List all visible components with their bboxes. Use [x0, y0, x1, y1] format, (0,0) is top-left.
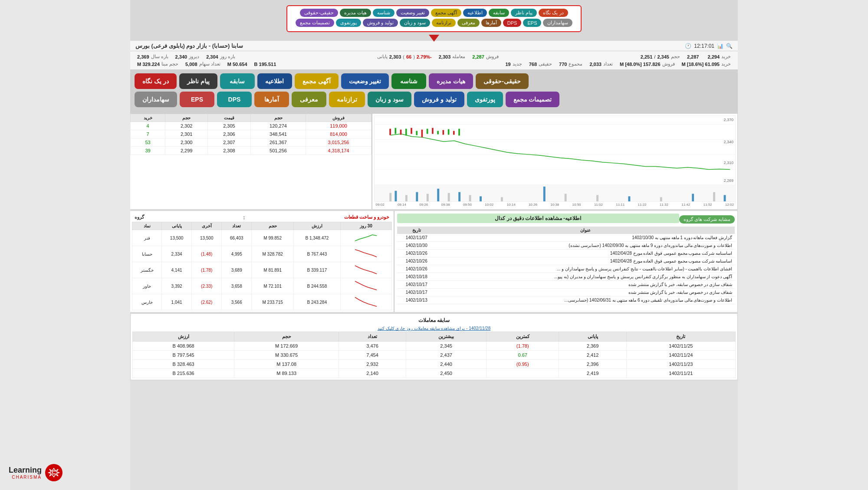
- svg-rect-9: [411, 128, 412, 134]
- svg-rect-11: [421, 130, 423, 138]
- svg-rect-26: [458, 192, 460, 201]
- svg-rect-12: [426, 129, 428, 134]
- down-arrow-icon: [428, 32, 440, 44]
- hist-subtitle[interactable]: 1402/11/28 - برای مشاهده سابقه معاملات ر…: [132, 325, 736, 332]
- main-nav-agahi[interactable]: آگهی مجمع: [295, 73, 339, 89]
- group-close: 3,392: [162, 278, 192, 294]
- main-nav-payam[interactable]: پیام ناظر: [179, 73, 217, 89]
- time-label: 11:52: [704, 203, 712, 207]
- nav-btn-amar[interactable]: آمارها: [481, 19, 501, 27]
- nav-btn-haghighi[interactable]: حقیقی-حقوقی: [300, 9, 338, 17]
- time-label: 09:26: [419, 203, 428, 207]
- hist-high: 2,440: [406, 360, 487, 369]
- info-trade-count: معامله 2,303: [439, 54, 466, 59]
- nav-arrow-container: [428, 32, 440, 41]
- main-nav-portfolio[interactable]: پورتفوی: [467, 92, 503, 107]
- group-val: 339.117 B: [294, 262, 341, 278]
- nav-btn-ettelaaie[interactable]: اطلاعیه: [463, 9, 487, 17]
- main-nav-shenase[interactable]: شناسه: [391, 73, 426, 89]
- hist-close: 2,396: [559, 360, 626, 369]
- main-nav-dps[interactable]: DPS: [217, 92, 252, 107]
- svg-rect-21: [405, 195, 408, 201]
- main-nav-haghighi[interactable]: حقیقی-حقوقی: [476, 73, 529, 89]
- group-symbol: فنر: [132, 230, 162, 246]
- group-count: 3,689: [222, 262, 252, 278]
- info-allowed-range: حجم 2,345 / 2,251: [641, 54, 680, 59]
- nav-btn-moarefi[interactable]: معرفی: [457, 19, 480, 27]
- buy-vol-val: 61.095 M [18.6%]: [682, 62, 720, 67]
- main-nav-yekNegah[interactable]: در یک نگاه: [135, 73, 177, 89]
- hist-header-count: تعداد: [339, 332, 406, 342]
- group-count: 3,566: [222, 294, 252, 310]
- news-item-title: افشای اطلاعات بااهمیت - (سایر اطلاعات با…: [436, 265, 735, 273]
- main-nav-tolid[interactable]: تولید و فروش: [414, 92, 464, 107]
- main-nav-ettelaaie[interactable]: اطلاعیه: [257, 73, 292, 89]
- nav-btn-traz[interactable]: ترازنامه: [432, 19, 456, 27]
- nav-btn-dps[interactable]: DPS: [503, 19, 522, 27]
- group-count: 4,995: [222, 246, 252, 262]
- main-nav-tasmim[interactable]: تصمیمات مجمع: [506, 92, 560, 107]
- hist-high: 2,437: [406, 351, 487, 360]
- main-nav-sood[interactable]: سود و زبان: [368, 92, 411, 107]
- nav-btn-agahi[interactable]: آگهی مجمع: [431, 9, 461, 17]
- svg-rect-8: [405, 129, 407, 136]
- group-last: (2.62): [192, 294, 222, 310]
- logo-text-container: Learning CHARISMA: [9, 466, 42, 480]
- nav-btn-portfolio[interactable]: پورتفوی: [336, 19, 361, 27]
- nav-btn-shenase[interactable]: شناسه: [373, 9, 395, 17]
- nav-btn-eps[interactable]: EPS: [523, 19, 541, 27]
- main-nav-moarefi[interactable]: معرفی: [292, 92, 326, 107]
- nav-btn-tolid[interactable]: تولید و فروش: [363, 19, 398, 27]
- svg-rect-18: [458, 129, 460, 136]
- svg-rect-7: [400, 130, 401, 135]
- svg-rect-29: [501, 197, 503, 201]
- trade-count-label: معامله: [452, 54, 465, 59]
- ob-sell-vol: 3,015,256: [306, 138, 371, 147]
- logo-brand: Learning: [9, 466, 42, 475]
- main-nav-sabegheh[interactable]: سابقه: [220, 73, 255, 89]
- ob-sell-count: 501,256: [250, 147, 306, 155]
- news-item-title: اطلاعات و صورت‌های مالی میاندوره‌ای تلفی…: [436, 296, 735, 304]
- ob-buy-count: 2,299: [165, 147, 208, 155]
- news-row: اساسنامه شرکت مصوب مجمع عمومی فوق العاده…: [397, 257, 735, 265]
- nav-btn-sabegheh[interactable]: سابقه: [489, 9, 509, 17]
- prev-close-label: پایانی: [377, 54, 388, 59]
- main-nav-heyat[interactable]: هیات مدیره: [429, 73, 473, 89]
- main-nav-eps[interactable]: EPS: [180, 92, 214, 107]
- main-nav-traz[interactable]: ترازنامه: [329, 92, 365, 107]
- svg-rect-32: [596, 195, 598, 201]
- group-vol: 233.715 M: [252, 294, 294, 310]
- ob-price: 2,305: [208, 122, 250, 130]
- hist-header-val: ارزش: [133, 332, 234, 342]
- ob-buy-vol: 7: [131, 130, 165, 138]
- ob-sell-vol: 814,000: [306, 130, 371, 138]
- nav-btn-payamNazer[interactable]: پیام ناظر: [511, 9, 537, 17]
- hist-high: 2,450: [406, 369, 487, 378]
- nav-btn-sood[interactable]: سود و زبان: [400, 19, 430, 27]
- news-row: گزارش فعالیت ماهانه دوره 1 ماهه منتهی به…: [397, 234, 735, 242]
- main-nav-sahm[interactable]: سهامداران: [135, 92, 177, 107]
- group-link-btn[interactable]: مشابه شرکت های گروه: [679, 215, 735, 224]
- svg-rect-35: [692, 194, 694, 201]
- main-nav-taghyir[interactable]: تغییر وضعیت: [341, 73, 389, 89]
- chart-icon: 📊: [717, 43, 723, 49]
- nav-btn-heyat[interactable]: هیات مدیره: [340, 9, 371, 17]
- svg-rect-6: [395, 128, 396, 134]
- nav-btn-taghyir[interactable]: تغییر وضعیت: [396, 9, 429, 17]
- price-label-mid1: 2,340: [723, 140, 733, 144]
- nav-btn-yekNegah[interactable]: در یک نگاه: [539, 9, 568, 17]
- news-item-title: شفاف سازی در خصوص سابقه، خبر یا گزارش من…: [436, 281, 735, 289]
- news-row: اطلاعات و صورت‌های مالی میاندوره‌ای دوره…: [397, 242, 735, 250]
- nav-btn-sahm[interactable]: سهامداران: [543, 19, 572, 27]
- news-item-title: آگهی دعوت از سهامداران به منظور برگزاری …: [436, 273, 735, 281]
- svg-rect-20: [395, 191, 397, 201]
- ob-sell-count: 120,274: [250, 122, 306, 130]
- hist-row: 1402/11/24 2,412 0.67 2,437 7,454 330.67…: [133, 351, 736, 360]
- orderbook-row: 4,318,174 501,256 2,308 2,299 39: [131, 147, 372, 155]
- main-nav-amar[interactable]: آمارها: [254, 92, 289, 107]
- time-label: 10:38: [550, 203, 559, 207]
- group-row: 244.558 B 72.101 M 3,658 (2.33) 3,392 خا…: [132, 278, 392, 294]
- hist-count: 2,140: [339, 369, 406, 378]
- group-count: 66,403: [222, 230, 252, 246]
- nav-btn-tasmim[interactable]: تصمیمات مجمع: [296, 19, 334, 27]
